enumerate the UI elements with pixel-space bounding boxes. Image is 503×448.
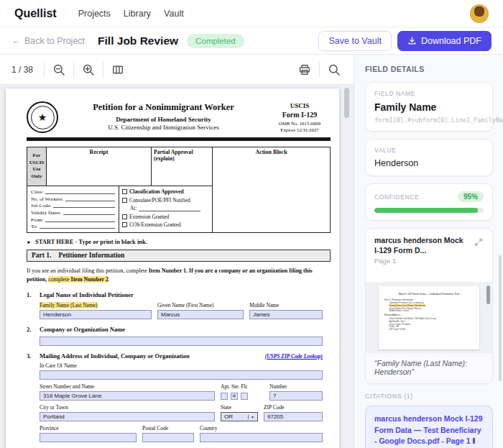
number-field[interactable]: 7 <box>269 391 323 401</box>
user-avatar[interactable] <box>470 4 489 23</box>
mini-doc-bullet: Apt/Ste/Flr: Ste 7 <box>387 321 474 323</box>
form-omb: OMB No. 1615-0009 <box>269 120 331 127</box>
pdf-toolbar: 1 / 38 <box>0 55 354 85</box>
flr-checkbox[interactable] <box>241 393 248 400</box>
given-name-label: Given Name (First Name) <box>157 302 214 308</box>
save-to-vault-button[interactable]: Save to Vault <box>318 31 391 51</box>
expand-icon[interactable] <box>474 237 484 247</box>
value-text: Henderson <box>374 158 484 168</box>
consulate-notified-checkbox <box>122 198 127 203</box>
mini-doc-title: Mock I-129 Form Data — Individual Petiti… <box>384 293 474 296</box>
mini-doc-bullet: Individual Petitioner (not a company) <box>387 302 474 304</box>
in-care-of-field[interactable] <box>40 370 323 380</box>
class-fields-cell: Class: No. of Workers: Job Code: Validit… <box>27 186 119 232</box>
zip-field[interactable]: 97205 <box>264 412 323 421</box>
citation-marker-icon <box>473 438 475 444</box>
dhs-seal-icon <box>27 101 58 133</box>
value-card: VALUE Henderson <box>365 139 493 176</box>
spread-view-icon <box>111 63 124 76</box>
back-label: Back to Project <box>24 36 85 46</box>
source-doc-title[interactable]: marcus henderson Mock I-129 Form D... <box>374 236 469 255</box>
nav-item-projects[interactable]: Projects <box>78 9 111 19</box>
item2-company-name: 2. Company or Organization Name <box>27 326 331 346</box>
province-field[interactable] <box>40 433 137 442</box>
status-badge: Completed <box>187 34 244 48</box>
toolbar-divider <box>73 62 74 78</box>
pdf-scroll-area[interactable]: Petition for a Nonimmigrant Worker Depar… <box>0 85 354 448</box>
state-label: State <box>221 404 231 411</box>
for-uscis-use-only-cell: ForUSCIS UseOnly <box>27 147 47 186</box>
form-expires: Expires 12/31/2027 <box>269 127 331 133</box>
back-to-project-link[interactable]: Back to Project <box>11 35 85 46</box>
download-pdf-button[interactable]: Download PDF <box>397 31 492 51</box>
confidence-badge: 95% <box>458 191 484 202</box>
preview-viewport[interactable]: Mock I-129 Form Data — Individual Petiti… <box>366 282 492 352</box>
search-button[interactable] <box>323 59 345 81</box>
middle-name-field[interactable]: James <box>249 310 323 319</box>
main-content: 1 / 38 <box>0 55 503 448</box>
mini-doc-mailing: Mailing Address <box>384 314 474 317</box>
apt-checkbox[interactable] <box>221 393 228 400</box>
panel-scrollbar-thumb[interactable] <box>499 255 502 381</box>
country-label: Country <box>200 425 218 431</box>
start-here-line: START HERE - Type or print in black ink. <box>27 238 331 245</box>
top-nav: Quellist Projects Library Vault <box>0 0 503 27</box>
item1-title: Legal Name of Individual Petitioner <box>40 291 323 298</box>
confidence-bar-fill <box>374 208 478 213</box>
toolbar-divider <box>103 62 103 78</box>
citations-header: CITATIONS (1) <box>365 393 493 400</box>
field-name-card: FIELD NAME Family Name form1[0].#subform… <box>365 82 493 132</box>
given-name-field[interactable]: Marcus <box>157 310 244 319</box>
family-name-field[interactable]: Henderson <box>40 310 152 319</box>
usps-zip-lookup-link[interactable]: (USPS ZIP Code Lookup) <box>265 353 323 360</box>
form-title: Petition for a Nonimmigrant Worker <box>58 102 269 113</box>
uscis-use-only-table: ForUSCIS UseOnly Receipt Partial Approva… <box>27 147 331 233</box>
mini-doc-bullet-highlighted: Family Name (Last Name): Henderson <box>387 305 474 307</box>
mini-doc-bullet: Middle Name: James <box>387 310 474 312</box>
field-details-panel: FIELD DETAILS FIELD NAME Family Name for… <box>354 55 503 448</box>
brand-logo[interactable]: Quellist <box>14 7 57 20</box>
state-select[interactable]: OR <box>221 412 258 421</box>
form-uscis: USCIS <box>269 101 331 110</box>
source-doc-page: Page 1 <box>374 257 469 265</box>
ste-checkbox[interactable] <box>231 393 238 400</box>
receipt-header: Receipt <box>47 147 152 186</box>
zoom-in-button[interactable] <box>78 59 99 81</box>
preview-scrollbar-thumb[interactable] <box>486 285 490 304</box>
start-arrow-icon <box>27 238 32 245</box>
zip-label: ZIP Code <box>264 404 285 411</box>
header-rule <box>27 137 331 141</box>
citation-link[interactable]: marcus henderson Mock I-129 Form Data — … <box>374 413 484 447</box>
form-department: Department of Homeland Security <box>58 116 269 123</box>
nav-links: Projects Library Vault <box>78 9 184 19</box>
item3-mailing-address: 3. Mailing Address of Individual, Compan… <box>27 352 331 442</box>
form-agency: U.S. Citizenship and Immigration Service… <box>58 124 269 131</box>
confidence-bar-track <box>374 208 484 213</box>
zoom-out-icon <box>52 63 65 76</box>
nav-item-vault[interactable]: Vault <box>164 9 184 19</box>
page-title: Fill Job Review <box>98 35 178 47</box>
spread-view-button[interactable] <box>107 59 129 81</box>
nav-item-library[interactable]: Library <box>124 9 151 19</box>
print-icon <box>298 63 311 76</box>
approval-checkboxes-cell: Classification Approved Consulate/POE/PF… <box>119 186 212 232</box>
page-indicator: 1 / 38 <box>9 65 40 75</box>
street-field[interactable]: 318 Maple Grove Lane <box>40 391 215 401</box>
mini-doc-part1: Part 1. Petitioner Information <box>384 298 474 301</box>
form-header: Petition for a Nonimmigrant Worker Depar… <box>27 100 331 133</box>
zoom-out-button[interactable] <box>48 59 70 81</box>
print-button[interactable] <box>294 59 315 81</box>
field-path: form1[0].#subform[0].Line1_FamilyName[0] <box>374 116 484 124</box>
postal-code-field[interactable] <box>142 433 194 442</box>
company-name-field[interactable] <box>40 337 323 346</box>
city-field[interactable]: Portland <box>40 412 215 421</box>
street-label: Street Number and Name <box>40 383 94 390</box>
province-label: Province <box>40 425 59 431</box>
citation-card[interactable]: marcus henderson Mock I-129 Form Data — … <box>365 406 493 448</box>
part1-header: Part 1.Petitioner Information <box>27 250 331 262</box>
download-pdf-label: Download PDF <box>421 36 481 46</box>
country-field[interactable] <box>200 433 323 442</box>
number-label: Number <box>269 383 287 390</box>
pdf-scrollbar-thumb[interactable] <box>344 88 349 118</box>
extension-granted-checkbox <box>122 214 127 219</box>
